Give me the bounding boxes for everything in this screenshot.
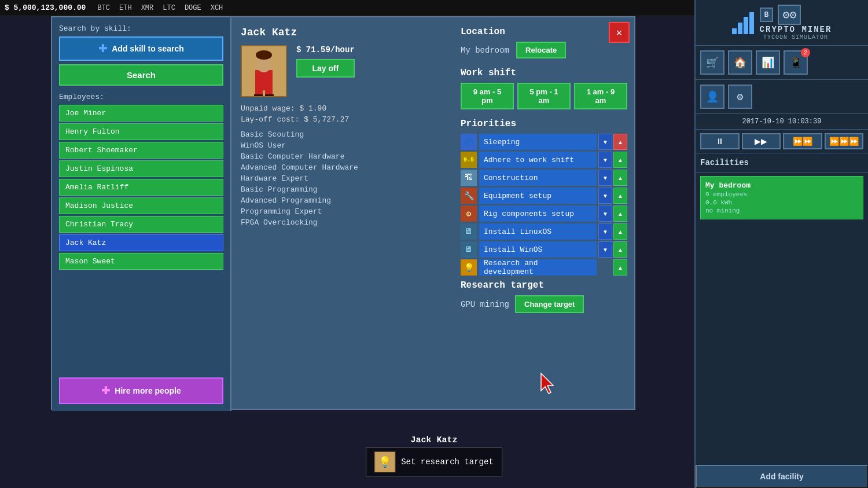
gear-icon-large: ⚙⚙ — [778, 5, 801, 25]
play-button[interactable]: ▶▶ — [742, 133, 781, 149]
shift-5pm-1am[interactable]: 5 pm - 1 am — [517, 83, 571, 109]
employee-amelia-ratliff[interactable]: Amelia Ratliff — [59, 179, 223, 196]
priority-linux-up[interactable]: ▲ — [613, 223, 627, 240]
priority-sleeping-down[interactable]: ▼ — [598, 134, 612, 150]
priority-equipment-up[interactable]: ▲ — [613, 188, 627, 204]
employee-madison-justice[interactable]: Madison Justice — [59, 197, 223, 214]
doge-ticker: DOGE — [185, 4, 201, 12]
facility-employees: 9 employees — [705, 191, 858, 198]
add-skill-button[interactable]: ✚ Add skill to search — [59, 36, 223, 61]
priorities-list: 💤 Sleeping ▼ ▲ 9-5 Adhere to work shift … — [461, 134, 627, 276]
priority-construction-up[interactable]: ▲ — [613, 170, 627, 186]
rig-icon: ⚙ — [461, 206, 477, 222]
ultra-fast-button[interactable]: ⏩⏩⏩ — [825, 133, 864, 149]
research-target-title: Research target — [461, 280, 627, 291]
priority-construction-down[interactable]: ▼ — [598, 170, 612, 186]
add-facility-label: Add facility — [760, 472, 803, 481]
priority-research-empty — [598, 259, 612, 276]
priority-work-shift-down[interactable]: ▼ — [598, 152, 612, 168]
priority-work-shift-controls: ▼ ▲ — [598, 152, 627, 168]
notification-badge: 2 — [801, 48, 810, 57]
priority-research-controls: ▲ — [598, 259, 627, 276]
priority-linux-down[interactable]: ▼ — [598, 223, 612, 240]
priority-construction-label: Construction — [479, 170, 597, 186]
employee-robert-shoemaker[interactable]: Robert Shoemaker — [59, 142, 223, 159]
facility-my-bedroom[interactable]: My bedroom 9 employees 0.0 kWh no mining — [700, 176, 863, 219]
priority-win-down[interactable]: ▼ — [598, 241, 612, 258]
employee-mason-sweet[interactable]: Mason Sweet — [59, 253, 223, 270]
location-value: My bedroom — [461, 46, 509, 55]
layoff-cost: Lay-off cost: $ 5,727.27 — [241, 115, 442, 124]
home-icon-btn[interactable]: 🏠 — [728, 50, 752, 75]
employee-justin-espinosa[interactable]: Justin Espinosa — [59, 160, 223, 177]
chart-icon-btn[interactable]: 📊 — [756, 50, 780, 75]
research-icon: 💡 — [461, 259, 477, 276]
employee-joe-miner[interactable]: Joe Miner — [59, 105, 223, 122]
money-display: $ 5,000,123,000.00 — [5, 3, 86, 12]
research-target-row: GPU mining Change target — [461, 295, 627, 313]
unpaid-wage: Unpaid wage: $ 1.90 — [241, 104, 442, 113]
priority-rig-down[interactable]: ▼ — [598, 206, 612, 222]
bar-chart — [732, 11, 755, 34]
priority-equipment: 🔧 Equipment setup ▼ ▲ — [461, 188, 627, 204]
portrait-area: $ 71.59/hour Lay off — [241, 45, 442, 97]
eth-ticker: ETH — [119, 4, 132, 12]
hire-plus-icon: ✚ — [101, 384, 110, 397]
skill-hw-expert: Hardware Expert — [241, 174, 442, 184]
equipment-icon: 🔧 — [461, 188, 477, 204]
cart-icon-btn[interactable]: 🛒 — [700, 50, 724, 75]
priority-rig: ⚙ Rig components setup ▼ ▲ — [461, 206, 627, 222]
shift-9am-5pm[interactable]: 9 am - 5 pm — [461, 83, 514, 109]
priorities-title: Priorities — [461, 119, 627, 129]
employee-henry-fulton[interactable]: Henry Fulton — [59, 123, 223, 140]
location-row: My bedroom Relocate — [461, 42, 627, 58]
change-target-label: Change target — [524, 300, 575, 309]
pause-button[interactable]: ⏸ — [700, 133, 740, 149]
search-by-skill-label: Search by skill: — [59, 24, 223, 33]
hire-more-people-button[interactable]: ✚ Hire more people — [59, 377, 223, 404]
priority-equipment-controls: ▼ ▲ — [598, 188, 627, 204]
priority-sleeping-up[interactable]: ▲ — [613, 134, 627, 150]
tooltip-icon-emoji: 💡 — [378, 456, 391, 468]
tooltip-text: Set research target — [401, 457, 494, 467]
tooltip-content: 💡 Set research target — [366, 447, 502, 476]
priority-work-shift-up[interactable]: ▲ — [613, 152, 627, 168]
priority-equipment-down[interactable]: ▼ — [598, 188, 612, 204]
add-skill-label: Add skill to search — [112, 44, 183, 53]
sidebar-icons-row2: 👤 ⚙ — [696, 80, 868, 114]
crypto-ticker: BTC ETH XMR LTC DOGE XCH — [97, 4, 223, 12]
employee-jack-katz[interactable]: Jack Katz — [59, 234, 223, 251]
research-target-section: Research target GPU mining Change target — [461, 280, 627, 313]
tooltip-employee-name: Jack Katz — [366, 435, 502, 445]
bar-1 — [732, 28, 737, 34]
priority-rig-up[interactable]: ▲ — [613, 206, 627, 222]
add-facility-button[interactable]: Add facility — [696, 465, 868, 488]
priority-win-up[interactable]: ▲ — [613, 241, 627, 258]
shift-1am-9am[interactable]: 1 am - 9 am — [574, 83, 627, 109]
priority-linux-controls: ▼ ▲ — [598, 223, 627, 240]
ltc-ticker: LTC — [163, 4, 175, 12]
employee-portrait — [241, 45, 287, 97]
construction-icon: 🏗 — [461, 170, 477, 186]
svg-rect-0 — [255, 70, 273, 90]
win-icon: 🖥 — [461, 241, 477, 258]
priority-research-up[interactable]: ▲ — [613, 259, 627, 276]
tooltip-area: Jack Katz 💡 Set research target — [366, 435, 502, 476]
priority-win-controls: ▼ ▲ — [598, 241, 627, 258]
skill-advanced-computer-hw: Advanced Computer Hardware — [241, 163, 442, 173]
search-label: Search — [127, 70, 156, 80]
skill-basic-programming: Basic Programming — [241, 185, 442, 195]
search-button[interactable]: Search — [59, 64, 223, 86]
relocate-button[interactable]: Relocate — [516, 42, 566, 58]
priority-work-shift-label: Adhere to work shift — [479, 152, 597, 168]
person-icon-btn[interactable]: 👤 — [700, 85, 724, 109]
main-dialog: ✕ Search by skill: ✚ Add skill to search… — [51, 16, 635, 410]
layoff-button[interactable]: Lay off — [296, 59, 355, 78]
work-shift-icon: 9-5 — [461, 152, 477, 168]
settings-icon-btn[interactable]: ⚙ — [728, 85, 752, 109]
priority-sleeping: 💤 Sleeping ▼ ▲ — [461, 134, 627, 150]
employee-christian-tracy[interactable]: Christian Tracy — [59, 216, 223, 233]
change-target-button[interactable]: Change target — [515, 295, 584, 313]
right-sidebar: B ⚙⚙ CRYPTO MINER TYCOON SIMULATOR 🛒 🏠 📊… — [694, 0, 868, 488]
fast-forward-button[interactable]: ⏩⏩ — [783, 133, 822, 149]
